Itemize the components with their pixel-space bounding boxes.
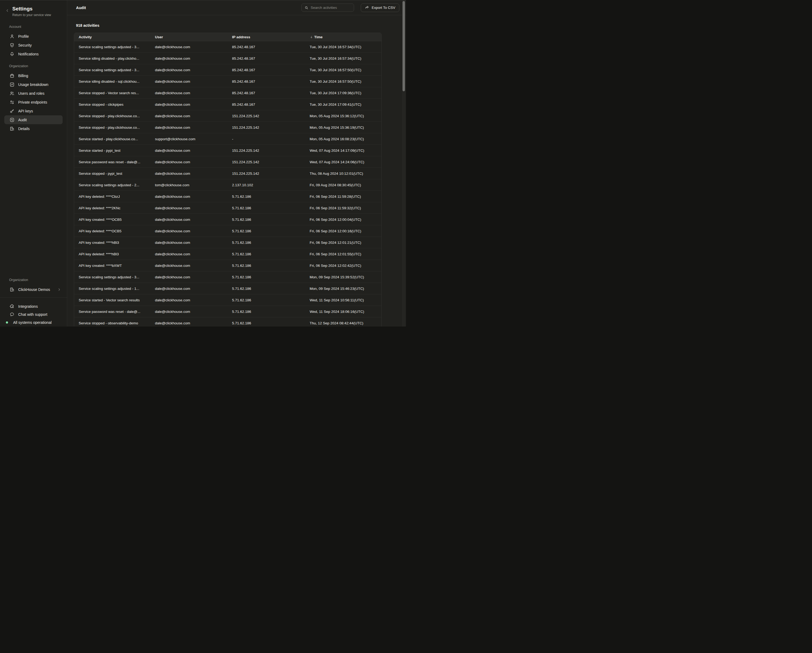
table-row[interactable]: Service password was reset - dale@...dal…: [74, 156, 382, 168]
cell-ip-address: 5.71.62.186: [227, 264, 305, 268]
column-header-time[interactable]: Time: [305, 35, 382, 39]
sidebar-item-details[interactable]: Details: [4, 124, 63, 133]
table-row[interactable]: API key deleted: ****hBl3dale@clickhouse…: [74, 248, 382, 260]
back-button[interactable]: [4, 8, 10, 14]
sidebar-item-api-keys[interactable]: API keys: [4, 107, 63, 115]
cell-user: dale@clickhouse.com: [150, 91, 227, 95]
cell-user: dale@clickhouse.com: [150, 79, 227, 84]
table-row[interactable]: Service scaling settings adjusted - 2...…: [74, 179, 382, 191]
sidebar-item-billing[interactable]: Billing: [4, 71, 63, 80]
column-label: Activity: [79, 35, 92, 39]
sidebar-item-profile[interactable]: Profile: [4, 32, 63, 41]
billing-box-icon: [9, 73, 15, 78]
cell-ip-address: 151.224.225.142: [227, 160, 305, 164]
table-row[interactable]: Service scaling settings adjusted - 3...…: [74, 272, 382, 283]
cell-user: tom@clickhouse.com: [150, 183, 227, 187]
sort-arrow-down-icon: [310, 35, 313, 39]
cell-user: dale@clickhouse.com: [150, 56, 227, 61]
table-row[interactable]: Service password was reset - dale@...dal…: [74, 306, 382, 317]
sidebar-item-audit[interactable]: Audit: [4, 115, 63, 124]
scrollbar-thumb[interactable]: [403, 1, 405, 91]
table-row[interactable]: Service scaling settings adjusted - 1...…: [74, 283, 382, 294]
sidebar-item-security[interactable]: Security: [4, 41, 63, 49]
system-status[interactable]: All systems operational: [4, 319, 63, 326]
table-row[interactable]: API key created: ****bXWTdale@clickhouse…: [74, 260, 382, 272]
table-row[interactable]: Service stopped - clickpipesdale@clickho…: [74, 99, 382, 110]
table-row[interactable]: API key deleted: ****2KNcdale@clickhouse…: [74, 202, 382, 214]
sidebar-item-users-and-roles[interactable]: Users and roles: [4, 89, 63, 98]
sidebar-item-notifications[interactable]: Notifications: [4, 49, 63, 58]
export-icon: [365, 5, 369, 10]
search-activities-box[interactable]: [301, 3, 354, 12]
table-row[interactable]: API key deleted: ****CbzJdale@clickhouse…: [74, 191, 382, 202]
table-row[interactable]: Service scaling settings adjusted - 3...…: [74, 41, 382, 53]
footer-item-label: Chat with support: [18, 312, 47, 317]
search-input[interactable]: [311, 6, 351, 10]
chat-icon: [9, 312, 15, 317]
table-row[interactable]: Service scaling settings adjusted - 3...…: [74, 64, 382, 76]
sidebar-item-clickhouse-demos[interactable]: ClickHouse Demos: [4, 285, 63, 294]
table-row[interactable]: Service stopped - play.clickhouse.co...d…: [74, 110, 382, 122]
cell-activity: API key deleted: ****OCB5: [74, 229, 150, 233]
sidebar-item-usage-breakdown[interactable]: Usage breakdown: [4, 80, 63, 89]
cell-ip-address: 5.71.62.186: [227, 321, 305, 325]
settings-sidebar: Settings Return to your service view Acc…: [0, 0, 67, 326]
sidebar-section-account: AccountProfileSecurityNotifications: [4, 25, 63, 58]
cell-user: dale@clickhouse.com: [150, 68, 227, 72]
table-row[interactable]: Service started - play.clickhouse.co...s…: [74, 133, 382, 145]
sidebar-item-label: Users and roles: [18, 91, 44, 96]
cell-time: Wed, 07 Aug 2024 14:17:09(UTC): [305, 148, 382, 153]
cell-activity: Service stopped - observability-demo: [74, 321, 150, 325]
chevron-right-icon: [57, 288, 61, 291]
table-row[interactable]: API key deleted: ****OCB5dale@clickhouse…: [74, 225, 382, 237]
table-row[interactable]: API key created: ****hBl3dale@clickhouse…: [74, 237, 382, 248]
cell-time: Mon, 05 Aug 2024 16:08:23(UTC): [305, 137, 382, 141]
table-row[interactable]: API key created: ****OCB5dale@clickhouse…: [74, 214, 382, 225]
cell-activity: Service idling disabled - sql.clickhou..…: [74, 79, 150, 84]
sidebar-spacer: [0, 133, 67, 278]
column-header-activity[interactable]: Activity: [74, 35, 150, 39]
export-csv-button[interactable]: Export To CSV: [361, 3, 399, 12]
sidebar-item-integrations[interactable]: Integrations: [4, 302, 63, 310]
cell-user: dale@clickhouse.com: [150, 287, 227, 291]
cell-ip-address: 85.242.48.167: [227, 79, 305, 84]
cell-user: dale@clickhouse.com: [150, 114, 227, 118]
table-row[interactable]: Service idling disabled - sql.clickhou..…: [74, 76, 382, 87]
table-row[interactable]: Service stopped - pypi_testdale@clickhou…: [74, 168, 382, 179]
arrows-swap-icon: [9, 99, 15, 105]
cell-time: Mon, 05 Aug 2024 15:36:12(UTC): [305, 114, 382, 118]
users-icon: [9, 91, 15, 96]
cell-ip-address: 85.242.48.167: [227, 45, 305, 49]
cell-time: Tue, 30 Jul 2024 16:57:34(UTC): [305, 56, 382, 61]
cell-user: dale@clickhouse.com: [150, 195, 227, 198]
table-row[interactable]: Service started - Vector search resultsd…: [74, 294, 382, 306]
search-icon: [304, 6, 308, 10]
cell-ip-address: 85.242.48.167: [227, 91, 305, 95]
cell-ip-address: 151.224.225.142: [227, 172, 305, 175]
table-row[interactable]: Service idling disabled - play.clickho..…: [74, 53, 382, 64]
column-header-user[interactable]: User: [150, 35, 227, 39]
cell-ip-address: 85.242.48.167: [227, 102, 305, 107]
sidebar-item-private-endpoints[interactable]: Private endpoints: [4, 98, 63, 107]
cell-time: Fri, 06 Sep 2024 12:02:42(UTC): [305, 264, 382, 268]
footer-item-label: Integrations: [18, 304, 38, 308]
user-icon: [9, 34, 15, 39]
cell-activity: Service stopped - Vector search res...: [74, 91, 150, 95]
cell-time: Fri, 06 Sep 2024 12:01:55(UTC): [305, 252, 382, 256]
cell-time: Tue, 30 Jul 2024 16:57:34(UTC): [305, 45, 382, 49]
table-row[interactable]: Service stopped - Vector search res...da…: [74, 87, 382, 99]
sidebar-item-chat-with-support[interactable]: Chat with support: [4, 310, 63, 319]
status-label: All systems operational: [13, 320, 52, 325]
sidebar-item-label: Profile: [18, 34, 29, 38]
column-header-ip-address[interactable]: IP address: [227, 35, 305, 39]
table-row[interactable]: Service stopped - observability-demodale…: [74, 317, 382, 326]
table-row[interactable]: Service started - pypi_testdale@clickhou…: [74, 145, 382, 156]
sidebar-item-label: Private endpoints: [18, 100, 47, 104]
table-row[interactable]: Service stopped - play.clickhouse.co...d…: [74, 122, 382, 133]
cell-user: dale@clickhouse.com: [150, 206, 227, 210]
scrollbar-track[interactable]: [402, 0, 406, 326]
cell-time: Mon, 09 Sep 2024 15:39:52(UTC): [305, 275, 382, 279]
chevron-left-icon: [5, 9, 9, 12]
building-icon: [9, 287, 15, 292]
section-label: Account: [9, 25, 63, 29]
